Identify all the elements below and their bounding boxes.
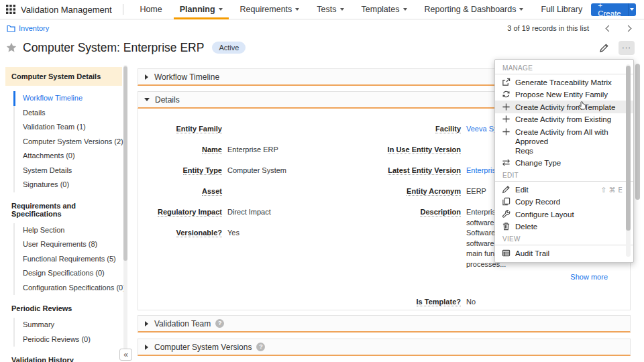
sidebar-item-user-requirements[interactable]: User Requirements (8)	[15, 237, 122, 252]
field-label: Entity Family	[176, 125, 222, 133]
record-header: Computer System: Enterprise ERP Active ·…	[0, 38, 644, 58]
chevron-down-icon	[519, 8, 523, 11]
field-label: Entity Type	[183, 166, 222, 175]
sidebar-item-configuration-specifications[interactable]: Configuration Specifications (0)	[15, 281, 122, 296]
sidebar-item-details[interactable]: Details	[15, 106, 122, 121]
field-label: Latest Entity Version	[388, 166, 461, 175]
trash-icon	[502, 221, 515, 233]
tab-templates[interactable]: Templates	[353, 0, 416, 19]
collapsed-arrow-icon	[145, 321, 148, 326]
menu-item-configure-layout[interactable]: Configure Layout	[495, 208, 633, 221]
sidebar-group-computer-system-details[interactable]: Computer System Details	[5, 67, 122, 86]
menu-item-audit-trail[interactable]: Audit Trail	[495, 247, 633, 259]
menu-item-copy-record[interactable]: Copy Record	[495, 196, 633, 208]
menu-group-manage: MANAGE	[495, 63, 633, 73]
copy-icon	[502, 196, 515, 208]
chevron-down-icon	[340, 8, 344, 11]
sidebar-item-signatures[interactable]: Signatures (0)	[15, 178, 122, 192]
field-label: Regulatory Impact	[158, 208, 222, 217]
menu-item-create-activity-from-template[interactable]: Create Activity from Template	[495, 101, 633, 113]
app-name: Validation Management	[21, 5, 112, 15]
section-validation-team[interactable]: Validation Team ?	[138, 315, 631, 333]
refresh-icon	[502, 88, 515, 101]
audit-trail-icon	[502, 247, 515, 259]
field-label: Is Template?	[417, 298, 461, 306]
tab-tests[interactable]: Tests	[308, 0, 352, 19]
menu-item-edit[interactable]: Edit ⇧ ⌘ E	[495, 183, 633, 196]
more-actions-button[interactable]: ···	[619, 41, 635, 55]
sidebar-group-validation-history: Validation History	[11, 356, 122, 362]
sidebar-collapse-button[interactable]: «	[119, 349, 132, 361]
sidebar-item-workflow-timeline[interactable]: Workflow Timeline	[13, 91, 122, 106]
menu-item-create-activity-approved-reqs[interactable]: Create Activity from All with ApprovedRe…	[495, 125, 633, 157]
favorite-star-icon[interactable]	[6, 42, 17, 53]
mouse-cursor	[577, 101, 588, 115]
next-record-icon[interactable]	[625, 25, 632, 32]
collapsed-arrow-icon	[145, 74, 148, 80]
tab-full-library[interactable]: Full Library	[532, 0, 591, 19]
sidebar-group-items: Summary Periodic Reviews (0)	[13, 318, 122, 347]
swap-arrows-icon	[502, 157, 515, 170]
sidebar-scrollbar-thumb[interactable]	[123, 66, 127, 261]
tab-planning[interactable]: Planning	[171, 0, 231, 19]
sidebar-item-system-details[interactable]: System Details	[15, 164, 122, 178]
sidebar-item-design-specifications[interactable]: Design Specifications (0)	[15, 266, 122, 281]
pagination-text: 3 of 19 records in this list	[507, 24, 589, 32]
chevron-down-icon	[295, 8, 299, 11]
help-icon[interactable]: ?	[256, 343, 265, 351]
sidebar-item-summary[interactable]: Summary	[15, 318, 122, 333]
create-dropdown-button[interactable]	[628, 3, 636, 16]
sidebar-item-validation-team[interactable]: Validation Team (1)	[15, 120, 122, 135]
menu-item-delete[interactable]: Delete	[495, 221, 633, 233]
plus-icon	[502, 113, 515, 126]
show-more-link[interactable]: Show more	[570, 273, 608, 281]
plus-icon	[502, 125, 515, 138]
tab-requirements[interactable]: Requirements	[231, 0, 309, 19]
field-label: Entity Acronym	[407, 187, 461, 196]
field-label: Facility	[435, 125, 461, 133]
menu-divider	[495, 181, 633, 182]
breadcrumb[interactable]: Inventory	[7, 24, 49, 32]
sidebar-item-help-section[interactable]: Help Section	[15, 223, 122, 238]
sidebar-item-periodic-reviews[interactable]: Periodic Reviews (0)	[15, 333, 122, 347]
field-label: Name	[202, 145, 222, 154]
sidebar-item-attachments[interactable]: Attachments (0)	[15, 149, 122, 164]
sidebar-group-requirements-specifications: Requirements and Specifications	[11, 202, 122, 218]
chevron-down-icon	[219, 8, 223, 11]
nav-divider	[123, 4, 123, 15]
menu-scrollbar-thumb[interactable]	[626, 66, 631, 231]
section-computer-system-versions[interactable]: Computer System Versions ?	[138, 339, 631, 356]
sidebar-item-computer-system-versions[interactable]: Computer System Versions (2)	[15, 135, 122, 149]
plus-icon	[502, 101, 515, 113]
field-value: No	[466, 297, 476, 306]
tab-reporting-dashboards[interactable]: Reporting & Dashboards	[416, 0, 533, 19]
status-badge: Active	[212, 42, 246, 54]
field-value: Direct Impact	[227, 207, 271, 217]
previous-record-icon[interactable]	[606, 25, 612, 32]
chevron-down-icon	[403, 8, 407, 11]
menu-group-view: VIEW	[495, 234, 633, 244]
create-split-button: + Create	[591, 3, 636, 16]
edit-shortcut: ⇧ ⌘ E	[600, 183, 623, 194]
menu-item-generate-traceability-matrix[interactable]: Generate Traceability Matrix	[495, 76, 633, 88]
menu-item-change-type[interactable]: Change Type	[495, 157, 633, 170]
wrench-icon	[502, 208, 515, 221]
menu-item-propose-new-entity-family[interactable]: Propose New Entity Family	[495, 88, 633, 101]
field-value: EERP	[466, 186, 486, 196]
page-title: Computer System: Enterprise ERP	[23, 41, 204, 55]
edit-pencil-icon[interactable]	[599, 43, 609, 53]
field-label: In Use Entity Version	[388, 145, 461, 154]
sidebar-item-functional-requirements[interactable]: Functional Requirements (5)	[15, 252, 122, 267]
create-button[interactable]: + Create	[591, 3, 628, 16]
menu-item-create-activity-from-existing[interactable]: Create Activity from Existing	[495, 113, 633, 126]
page-scrollbar-thumb[interactable]	[635, 64, 640, 200]
record-pagination: 3 of 19 records in this list	[507, 24, 644, 32]
expanded-arrow-icon	[144, 98, 150, 101]
field-value: Yes	[227, 228, 239, 237]
pencil-icon	[502, 183, 515, 196]
header-actions: ···	[599, 41, 635, 55]
menu-divider	[495, 245, 633, 245]
help-icon[interactable]: ?	[215, 319, 224, 328]
app-grid-icon[interactable]	[6, 5, 15, 14]
tab-home[interactable]: Home	[131, 0, 170, 19]
